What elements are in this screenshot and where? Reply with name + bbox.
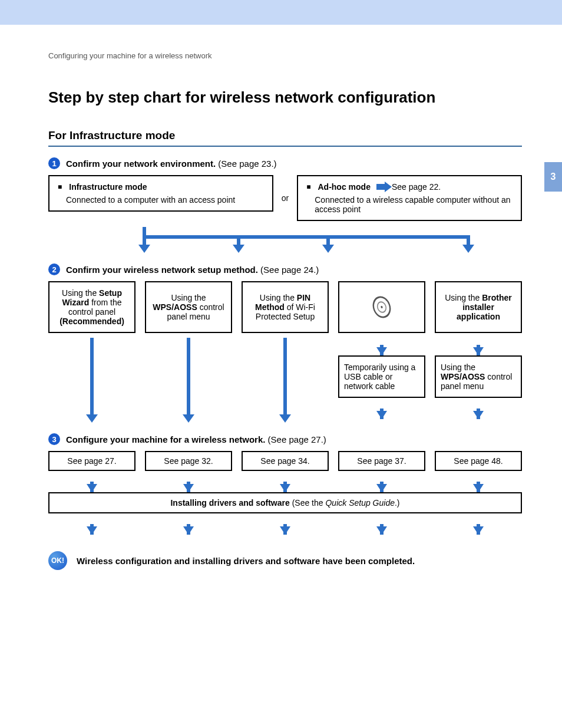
install-tail: .) bbox=[395, 498, 400, 508]
m2-b1: WPS/AOSS bbox=[153, 302, 197, 312]
step-1: 1 Confirm your network environment. (See… bbox=[48, 157, 522, 169]
m3-p1: Using the bbox=[260, 293, 297, 302]
method-pin: Using the PIN Method of Wi-Fi Protected … bbox=[242, 281, 329, 333]
method-setup-wizard: Using the Setup Wizard from the control … bbox=[48, 281, 135, 333]
arrow-down-icon bbox=[376, 411, 387, 419]
install-italic: Quick Setup Guide bbox=[325, 498, 395, 508]
method-brother-installer: Using the Brother installer application bbox=[435, 281, 522, 333]
see-page-1: See page 27. bbox=[48, 451, 135, 471]
step-1-ref: (See page 23.) bbox=[216, 159, 276, 169]
infra-title: Infrastructure mode bbox=[69, 182, 147, 192]
split-arrow-1 bbox=[48, 227, 522, 256]
arrow-row-4 bbox=[48, 517, 522, 535]
step-2-bold: Confirm your wireless network setup meth… bbox=[66, 265, 258, 275]
arrow-down-icon bbox=[283, 338, 287, 414]
arrow-down-icon bbox=[473, 484, 484, 492]
infra-mode-box: ■Infrastructure mode Connected to a comp… bbox=[48, 175, 273, 212]
adhoc-ref: See page 22. bbox=[392, 182, 441, 192]
step-bullet-1: 1 bbox=[48, 157, 60, 169]
arrow-right-icon bbox=[376, 184, 386, 190]
see-page-4: See page 37. bbox=[338, 451, 425, 471]
method-cd-icon-box bbox=[338, 281, 425, 333]
step-3: 3 Configure your machine for a wireless … bbox=[48, 433, 522, 445]
install-rest: (See the bbox=[290, 498, 326, 508]
arrow-down-icon bbox=[87, 484, 97, 492]
step-3-bold: Configure your machine for a wireless ne… bbox=[66, 434, 265, 444]
step-2-text: Confirm your wireless network setup meth… bbox=[66, 265, 319, 275]
ok-badge-icon: OK! bbox=[48, 551, 67, 570]
square-bullet-icon: ■ bbox=[58, 183, 62, 191]
method-wps-aoss: Using the WPS/AOSS control panel menu bbox=[145, 281, 232, 333]
see-page-2: See page 32. bbox=[145, 451, 232, 471]
step-2-ref: (See page 24.) bbox=[258, 265, 319, 275]
arrow-down-icon bbox=[473, 526, 484, 535]
arrow-down-icon bbox=[376, 484, 387, 492]
see-page-3: See page 34. bbox=[242, 451, 329, 471]
arrow-down-icon bbox=[183, 484, 194, 492]
step-3-ref: (See page 27.) bbox=[265, 434, 326, 444]
sub-wps-aoss: Using the WPS/AOSS control panel menu bbox=[435, 355, 522, 398]
step-2: 2 Confirm your wireless network setup me… bbox=[48, 263, 522, 275]
m1-p1: Using the bbox=[62, 288, 99, 298]
completion-row: OK! Wireless configuration and installin… bbox=[48, 551, 522, 570]
arrow-down-icon bbox=[280, 484, 290, 492]
m4-p1: Using the bbox=[445, 293, 482, 302]
mid-arrows: Temporarily using a USB cable or network… bbox=[48, 338, 522, 419]
infra-desc: Connected to a computer with an access p… bbox=[58, 195, 264, 205]
arrow-down-icon bbox=[187, 338, 190, 414]
step-3-text: Configure your machine for a wireless ne… bbox=[66, 434, 326, 444]
sub-usb-cable: Temporarily using a USB cable or network… bbox=[338, 355, 425, 398]
arrow-down-icon bbox=[473, 347, 484, 355]
arrow-down-icon bbox=[376, 347, 387, 355]
arrow-down-icon bbox=[87, 526, 97, 535]
page-title: Step by step chart for wireless network … bbox=[48, 88, 522, 107]
step-bullet-2: 2 bbox=[48, 263, 60, 275]
running-head: Configuring your machine for a wireless … bbox=[48, 51, 522, 60]
step-bullet-3: 3 bbox=[48, 433, 60, 445]
m1-b2: (Recommended) bbox=[59, 317, 124, 326]
adhoc-title: Ad-hoc mode bbox=[318, 182, 370, 192]
arrow-row-3 bbox=[48, 475, 522, 492]
step-1-text: Confirm your network environment. (See p… bbox=[66, 159, 277, 169]
completion-text: Wireless configuration and installing dr… bbox=[77, 556, 415, 566]
adhoc-mode-box: ■ Ad-hoc mode See page 22. Connected to … bbox=[297, 175, 522, 221]
header-bar bbox=[0, 0, 562, 25]
arrow-down-icon bbox=[280, 526, 290, 535]
s2-p1: Using the bbox=[441, 363, 475, 372]
step-1-bold: Confirm your network environment. bbox=[66, 159, 216, 169]
mode-row: ■Infrastructure mode Connected to a comp… bbox=[48, 175, 522, 221]
section-title: For Infrastructure mode bbox=[48, 129, 522, 147]
arrow-down-icon bbox=[183, 526, 194, 535]
cd-icon bbox=[370, 294, 394, 321]
square-bullet-icon: ■ bbox=[306, 183, 310, 191]
install-bold: Installing drivers and software bbox=[170, 498, 289, 508]
see-page-5: See page 48. bbox=[435, 451, 522, 471]
or-label: or bbox=[279, 193, 291, 203]
install-box: Installing drivers and software (See the… bbox=[48, 492, 522, 513]
arrow-down-icon bbox=[376, 526, 387, 535]
adhoc-desc: Connected to a wireless capable computer… bbox=[306, 195, 513, 214]
methods-row: Using the Setup Wizard from the control … bbox=[48, 281, 522, 333]
arrow-down-icon bbox=[90, 338, 94, 414]
see-page-row: See page 27. See page 32. See page 34. S… bbox=[48, 451, 522, 471]
s2-b1: WPS/AOSS bbox=[441, 372, 485, 381]
arrow-down-icon bbox=[473, 411, 484, 419]
m2-p1: Using the bbox=[171, 293, 206, 302]
